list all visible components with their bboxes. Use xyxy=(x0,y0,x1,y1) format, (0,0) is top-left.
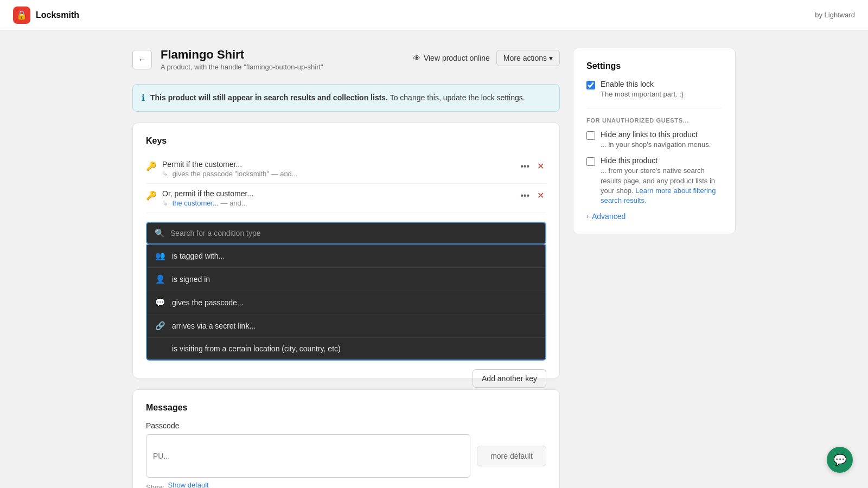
key-content-1: Permit if the customer... ↳ gives the pa… xyxy=(162,160,513,178)
info-icon: ℹ xyxy=(142,93,145,103)
hide-product-label: Hide this product xyxy=(601,156,722,165)
enable-lock-sublabel: The most important part. :) xyxy=(601,89,684,99)
page-header: ← Flamingo Shirt A product, with the han… xyxy=(132,48,560,71)
key-row-2: 🔑 Or, permit if the customer... ↳ the cu… xyxy=(146,184,546,213)
messages-title: Messages xyxy=(146,403,546,413)
key-actions-1: ••• ✕ xyxy=(518,160,546,172)
info-banner: ℹ This product will still appear in sear… xyxy=(132,84,560,112)
add-key-area: 🔍 👥 is tagged with... 👤 is signed in xyxy=(146,222,546,361)
hide-links-row: Hide any links to this product ... in yo… xyxy=(586,130,722,150)
hide-product-sublabel: ... from your store's native search resu… xyxy=(601,166,722,206)
key-menu-button-2[interactable]: ••• xyxy=(518,190,532,202)
keys-title: Keys xyxy=(146,136,546,146)
key-main-2: Or, permit if the customer... xyxy=(162,189,513,198)
key-delete-button-1[interactable]: ✕ xyxy=(535,160,546,172)
more-actions-button[interactable]: More actions ▾ xyxy=(496,50,560,66)
key-connector-icon-1: ↳ xyxy=(162,170,168,178)
page-header-actions: 👁 View product online More actions ▾ xyxy=(413,50,560,66)
search-icon: 🔍 xyxy=(155,228,165,238)
search-dropdown-wrapper: 🔍 👥 is tagged with... 👤 is signed in xyxy=(146,222,546,361)
info-banner-text: This product will still appear in search… xyxy=(150,92,525,104)
main-content: ← Flamingo Shirt A product, with the han… xyxy=(119,30,749,488)
settings-title: Settings xyxy=(586,61,722,71)
key-main-1: Permit if the customer... xyxy=(162,160,513,169)
dropdown-item-signed-in[interactable]: 👤 is signed in xyxy=(147,268,545,291)
hide-product-row: Hide this product ... from your store's … xyxy=(586,156,722,206)
view-product-button[interactable]: 👁 View product online xyxy=(413,54,490,62)
hide-product-checkbox[interactable] xyxy=(586,157,595,166)
advanced-label: Advanced xyxy=(592,212,626,221)
dropdown-item-location[interactable]: is visiting from a certain location (cit… xyxy=(147,338,545,359)
show-default-label: Show xyxy=(146,483,164,488)
key-sub-link-2[interactable]: the customer... xyxy=(173,199,219,207)
dropdown-item-tagged[interactable]: 👥 is tagged with... xyxy=(147,245,545,268)
passcode-icon: 💬 xyxy=(155,298,165,307)
key-delete-button-2[interactable]: ✕ xyxy=(535,189,546,202)
add-another-key-button[interactable]: Add another key xyxy=(473,369,546,388)
hide-links-label: Hide any links to this product xyxy=(601,130,711,139)
passcode-label: Passcode xyxy=(146,421,546,430)
key-row: 🔑 Permit if the customer... ↳ gives the … xyxy=(146,155,546,184)
page-subtitle: A product, with the handle "flamingo-but… xyxy=(161,63,404,71)
keys-card: Keys 🔑 Permit if the customer... ↳ gives… xyxy=(132,123,560,378)
key-icon-2: 🔑 xyxy=(146,190,157,201)
advanced-row[interactable]: › Advanced xyxy=(586,212,722,221)
store-default-button[interactable]: more default xyxy=(477,446,546,466)
top-bar-left: 🔒 Locksmith xyxy=(13,7,79,24)
condition-dropdown-menu: 👥 is tagged with... 👤 is signed in 💬 giv… xyxy=(146,245,546,361)
key-connector-icon-2: ↳ xyxy=(162,199,168,207)
key-sub-2: ↳ the customer... — and... xyxy=(162,199,513,207)
passcode-input[interactable] xyxy=(146,434,470,478)
app-title: Locksmith xyxy=(36,10,79,20)
top-bar: 🔒 Locksmith by Lightward xyxy=(0,0,868,30)
app-icon: 🔒 xyxy=(13,7,30,24)
hide-links-sublabel: ... in your shop's navigation menus. xyxy=(601,140,711,150)
chat-button[interactable]: 💬 xyxy=(827,447,853,473)
eye-icon: 👁 xyxy=(413,54,420,62)
enable-lock-row: Enable this lock The most important part… xyxy=(586,80,722,99)
divider xyxy=(586,108,722,108)
settings-card: Settings Enable this lock The most impor… xyxy=(573,48,736,234)
key-content-2: Or, permit if the customer... ↳ the cust… xyxy=(162,189,513,207)
page-header-info: Flamingo Shirt A product, with the handl… xyxy=(161,48,404,71)
left-column: ← Flamingo Shirt A product, with the han… xyxy=(132,48,560,488)
tagged-icon: 👥 xyxy=(155,251,165,261)
chevron-down-icon: ▾ xyxy=(549,54,553,62)
enable-lock-checkbox[interactable] xyxy=(586,81,595,89)
chat-icon: 💬 xyxy=(833,453,847,466)
key-menu-button-1[interactable]: ••• xyxy=(518,160,532,172)
enable-lock-label: Enable this lock xyxy=(601,80,684,88)
by-lightward: by Lightward xyxy=(815,11,855,19)
show-default-link[interactable]: Show default xyxy=(168,481,209,488)
dropdown-item-passcode[interactable]: 💬 gives the passcode... xyxy=(147,291,545,314)
unauthorized-heading: FOR UNAUTHORIZED GUESTS... xyxy=(586,117,722,124)
key-sub-1: ↳ gives the passcode "locksmith" — and..… xyxy=(162,170,513,178)
key-icon-1: 🔑 xyxy=(146,161,157,171)
hide-links-checkbox[interactable] xyxy=(586,131,595,140)
link-icon: 🔗 xyxy=(155,321,165,331)
right-column: Settings Enable this lock The most impor… xyxy=(573,48,736,488)
chevron-right-icon: › xyxy=(586,213,589,220)
messages-card: Messages Passcode more default Show Show… xyxy=(132,389,560,488)
back-button[interactable]: ← xyxy=(132,50,152,69)
condition-search-input[interactable] xyxy=(170,229,538,237)
key-actions-2: ••• ✕ xyxy=(518,189,546,202)
signed-in-icon: 👤 xyxy=(155,274,165,284)
dropdown-item-secret-link[interactable]: 🔗 arrives via a secret link... xyxy=(147,314,545,338)
page-title: Flamingo Shirt xyxy=(161,48,404,62)
search-input-container: 🔍 xyxy=(146,222,546,245)
